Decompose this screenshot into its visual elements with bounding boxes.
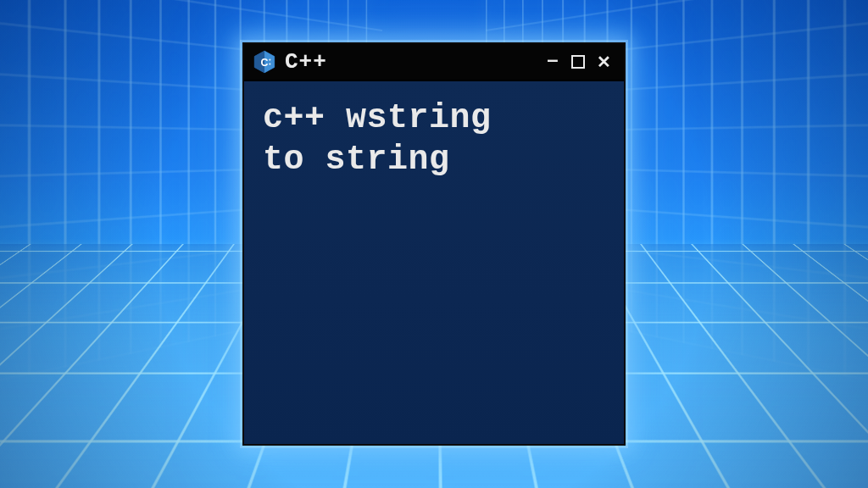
window-title: C++ bbox=[285, 49, 534, 75]
terminal-window: C + + C++ – c++ wstring to string bbox=[242, 42, 626, 446]
window-body: c++ wstring to string bbox=[244, 81, 624, 444]
close-button[interactable] bbox=[593, 52, 614, 72]
body-content-text: c++ wstring to string bbox=[263, 98, 605, 181]
maximize-button[interactable] bbox=[571, 55, 585, 69]
window-titlebar[interactable]: C + + C++ – bbox=[244, 44, 624, 81]
cpp-hex-icon: C + + bbox=[253, 50, 276, 74]
svg-text:+: + bbox=[269, 61, 271, 66]
minimize-button[interactable]: – bbox=[542, 52, 563, 72]
svg-text:C: C bbox=[261, 57, 269, 69]
window-controls: – bbox=[542, 52, 614, 72]
